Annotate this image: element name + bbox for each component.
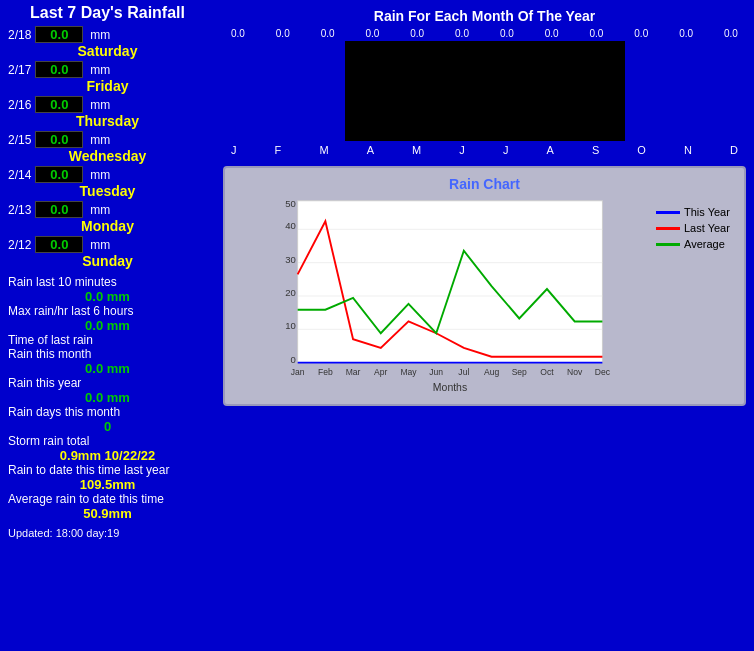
month-chart-section: Rain For Each Month Of The Year 0.00.00.… [223, 8, 746, 156]
day-name: Tuesday [8, 183, 207, 199]
legend-last-year: Last Year [656, 222, 736, 234]
rain-year-label: Rain this year [8, 376, 207, 390]
month-values-row: 0.00.00.00.00.00.00.00.00.00.00.00.0 [223, 28, 746, 39]
rain-date-value: 109.5mm [8, 477, 207, 492]
max-rain-label: Max rain/hr last 6 hours [8, 304, 207, 318]
avg-rain-label: Average rain to date this time [8, 492, 207, 506]
last-year-line-icon [656, 227, 680, 230]
legend-this-year-label: This Year [684, 206, 730, 218]
legend-this-year: This Year [656, 206, 736, 218]
month-label: A [546, 144, 553, 156]
day-section: 2/13 0.0 mm Monday [8, 201, 207, 234]
month-label: M [319, 144, 328, 156]
rain-days-value: 0 [8, 419, 207, 434]
day-section: 2/15 0.0 mm Wednesday [8, 131, 207, 164]
svg-text:Jan: Jan [291, 367, 305, 377]
svg-text:50: 50 [285, 198, 296, 209]
mm-value: 0.0 [35, 131, 83, 148]
day-row: 2/17 0.0 mm [8, 61, 207, 78]
month-value: 0.0 [276, 28, 290, 39]
rain-chart-wrapper: Rain Chart 0 10 20 30 40 50 [223, 166, 746, 406]
page-title: Last 7 Day's Rainfall [8, 4, 207, 22]
time-last-rain-label: Time of last rain [8, 333, 207, 347]
day-section: 2/16 0.0 mm Thursday [8, 96, 207, 129]
rain-svg: 0 10 20 30 40 50 [233, 196, 648, 396]
mm-value: 0.0 [35, 26, 83, 43]
mm-unit: mm [90, 133, 110, 147]
mm-unit: mm [90, 98, 110, 112]
rain-date-label: Rain to date this time last year [8, 463, 207, 477]
month-value: 0.0 [634, 28, 648, 39]
svg-text:10: 10 [285, 320, 296, 331]
day-section: 2/12 0.0 mm Sunday [8, 236, 207, 269]
date-label: 2/17 [8, 63, 31, 77]
svg-text:Mar: Mar [346, 367, 361, 377]
month-label: O [637, 144, 646, 156]
rain-10min-label: Rain last 10 minutes [8, 275, 207, 289]
mm-unit: mm [90, 28, 110, 42]
rain-chart-title: Rain Chart [233, 176, 736, 192]
month-value: 0.0 [455, 28, 469, 39]
month-value: 0.0 [545, 28, 559, 39]
legend-average-label: Average [684, 238, 725, 250]
month-value: 0.0 [500, 28, 514, 39]
date-label: 2/13 [8, 203, 31, 217]
day-name: Friday [8, 78, 207, 94]
this-year-line-icon [656, 211, 680, 214]
svg-text:Aug: Aug [484, 367, 499, 377]
svg-text:Oct: Oct [540, 367, 554, 377]
month-value: 0.0 [321, 28, 335, 39]
legend-average: Average [656, 238, 736, 250]
avg-rain-value: 50.9mm [8, 506, 207, 521]
rain-10min-value: 0.0 mm [8, 289, 207, 304]
date-label: 2/14 [8, 168, 31, 182]
svg-text:40: 40 [285, 220, 296, 231]
month-labels-row: JFMAMJJASOND [223, 144, 746, 156]
month-label: M [412, 144, 421, 156]
svg-text:Months: Months [433, 382, 467, 393]
month-label: J [231, 144, 237, 156]
rain-chart-inner: 0 10 20 30 40 50 [233, 196, 736, 396]
month-label: S [592, 144, 599, 156]
svg-text:Nov: Nov [567, 367, 583, 377]
mm-value: 0.0 [35, 96, 83, 113]
day-row: 2/12 0.0 mm [8, 236, 207, 253]
mm-unit: mm [90, 168, 110, 182]
svg-text:Jun: Jun [429, 367, 443, 377]
updated-text: Updated: 18:00 day:19 [8, 527, 207, 539]
month-value: 0.0 [231, 28, 245, 39]
day-row: 2/18 0.0 mm [8, 26, 207, 43]
day-section: 2/17 0.0 mm Friday [8, 61, 207, 94]
svg-text:30: 30 [285, 254, 296, 265]
svg-text:Dec: Dec [595, 367, 611, 377]
rain-chart-graph: 0 10 20 30 40 50 [233, 196, 648, 396]
day-row: 2/15 0.0 mm [8, 131, 207, 148]
storm-rain-label: Storm rain total [8, 434, 207, 448]
month-label: N [684, 144, 692, 156]
date-label: 2/12 [8, 238, 31, 252]
month-value: 0.0 [365, 28, 379, 39]
mm-unit: mm [90, 203, 110, 217]
day-name: Thursday [8, 113, 207, 129]
average-line-icon [656, 243, 680, 246]
month-label: F [275, 144, 282, 156]
month-value: 0.0 [410, 28, 424, 39]
month-chart-title: Rain For Each Month Of The Year [223, 8, 746, 24]
rain-month-value: 0.0 mm [8, 361, 207, 376]
date-label: 2/18 [8, 28, 31, 42]
mm-value: 0.0 [35, 166, 83, 183]
svg-text:May: May [400, 367, 417, 377]
svg-text:Jul: Jul [458, 367, 469, 377]
day-name: Saturday [8, 43, 207, 59]
svg-text:20: 20 [285, 287, 296, 298]
month-label: A [367, 144, 374, 156]
day-row: 2/16 0.0 mm [8, 96, 207, 113]
day-row: 2/13 0.0 mm [8, 201, 207, 218]
mm-unit: mm [90, 238, 110, 252]
month-value: 0.0 [590, 28, 604, 39]
day-name: Wednesday [8, 148, 207, 164]
svg-text:Feb: Feb [318, 367, 333, 377]
month-label: J [459, 144, 465, 156]
day-section: 2/14 0.0 mm Tuesday [8, 166, 207, 199]
date-label: 2/16 [8, 98, 31, 112]
